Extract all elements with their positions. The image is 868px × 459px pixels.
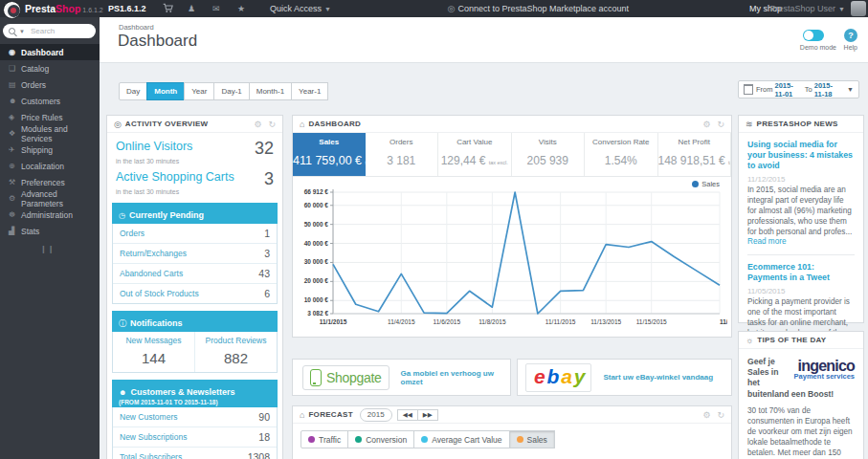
sidebar-item[interactable]: ☻ Customers: [0, 93, 100, 109]
metric-tile[interactable]: Visits 205 939: [512, 133, 586, 176]
live-stats: Online Visitors 32 in the last 30 minute…: [107, 133, 282, 203]
range-button[interactable]: Day: [119, 82, 147, 100]
forecast-metric-button[interactable]: Average Cart Value: [413, 430, 509, 448]
range-button[interactable]: Year: [184, 82, 214, 100]
sidebar-item-icon: ◉: [9, 48, 21, 56]
sidebar-collapse-button[interactable]: ❙❙: [40, 245, 55, 253]
page-header: Dashboard Dashboard Demo mode ? Help: [100, 17, 868, 63]
range-button[interactable]: Month: [146, 82, 185, 100]
notification-cell[interactable]: Product Reviews 882: [194, 332, 277, 372]
shopgate-link[interactable]: Ga mobiel en verhoog uw omzet: [401, 369, 501, 386]
ebay-logo-letter: a: [561, 365, 570, 387]
sidebar-item-label: Dashboard: [21, 48, 63, 57]
prev-icon[interactable]: ◀◀: [397, 409, 418, 421]
stat-subtitle: in the last 30 minutes: [116, 188, 274, 195]
forecast-button-label: Conversion: [366, 435, 407, 445]
search-box[interactable]: ▼: [3, 24, 96, 38]
chevron-down-icon: ▼: [324, 6, 331, 12]
connect-marketplace-link[interactable]: ◎Connect to PrestaShop Marketplace accou…: [448, 0, 629, 17]
metric-color-dot: [355, 436, 362, 443]
metric-tile[interactable]: Net Profit 148 918,51 € tax excl.: [658, 133, 732, 176]
rss-icon: ≋: [746, 120, 753, 129]
sidebar-item-icon: ❏: [9, 64, 21, 73]
gear-icon[interactable]: ⚙: [702, 410, 710, 420]
svg-text:11/18/2015: 11/18/2015: [720, 318, 727, 325]
metric-tile[interactable]: Conversion Rate 1.54%: [585, 133, 658, 176]
range-button[interactable]: Day-1: [213, 82, 249, 100]
metric-tile[interactable]: Sales 411 759,00 € tax excl.: [293, 133, 366, 176]
sidebar-item[interactable]: ▟ Stats: [0, 223, 100, 239]
search-input[interactable]: [29, 26, 88, 36]
customers-link[interactable]: New Subscriptions: [120, 432, 187, 442]
sidebar-item[interactable]: ◉ Dashboard: [0, 44, 100, 60]
metric-suffix: tax excl.: [728, 160, 731, 165]
sidebar-item[interactable]: ⊕ Localization: [0, 158, 100, 174]
sidebar-item[interactable]: ⚒ Preferences: [0, 174, 100, 190]
ebay-link[interactable]: Start uw eBay-winkel vandaag: [603, 373, 713, 382]
breadcrumb[interactable]: Dashboard: [119, 23, 154, 32]
svg-text:3 082 €: 3 082 €: [307, 310, 328, 317]
news-article-excerpt: In 2015, social media are an integral pa…: [747, 186, 852, 236]
news-article-title[interactable]: Using social media for your business: 4 …: [747, 140, 855, 171]
ebay-logo-letter: y: [574, 365, 584, 387]
forecast-metric-button[interactable]: Conversion: [347, 430, 414, 448]
pending-value: 43: [258, 268, 270, 279]
live-stat: Active Shopping Carts 3 in the last 30 m…: [116, 170, 274, 195]
stat-subtitle: in the last 30 minutes: [116, 158, 274, 164]
refresh-icon[interactable]: ↻: [268, 120, 276, 129]
customers-link[interactable]: New Customers: [120, 412, 177, 422]
pending-link[interactable]: Abandoned Carts: [120, 269, 183, 278]
range-button[interactable]: Month-1: [249, 82, 292, 100]
metric-label: Sales: [293, 138, 366, 146]
pending-link[interactable]: Return/Exchanges: [120, 249, 187, 258]
read-more-link[interactable]: Read more: [747, 237, 787, 246]
metric-color-dot: [517, 436, 523, 443]
messages-icon[interactable]: ✉: [212, 0, 220, 17]
chevron-down-icon: ▼: [838, 6, 845, 12]
pending-link[interactable]: Out of Stock Products: [120, 289, 199, 298]
sidebar-item[interactable]: ⚙ Advanced Parameters: [0, 190, 100, 207]
stat-link[interactable]: Active Shopping Carts: [116, 170, 234, 184]
forecast-metric-button[interactable]: Sales: [509, 430, 555, 448]
user-avatar[interactable]: [851, 1, 866, 16]
customers-newsletters-section: ☻Customers & Newsletters (FROM 2015-11-0…: [112, 380, 278, 459]
trophy-icon[interactable]: ★: [237, 0, 245, 17]
help-icon[interactable]: ?: [844, 29, 857, 42]
refresh-icon[interactable]: ↻: [717, 410, 724, 420]
stat-link[interactable]: Online Visitors: [116, 140, 192, 153]
ebay-logo-letter: b: [547, 365, 558, 387]
date-range-picker[interactable]: From 2015-11-01 To 2015-11-18 ▼: [738, 80, 859, 98]
pending-link[interactable]: Orders: [120, 229, 145, 238]
forecast-metric-button[interactable]: Traffic: [300, 430, 348, 448]
range-button[interactable]: Year-1: [291, 82, 328, 100]
gear-icon[interactable]: ⚙: [254, 120, 261, 129]
sidebar-item[interactable]: ◈ Price Rules: [0, 109, 100, 125]
sidebar-item[interactable]: ☸ Administration: [0, 207, 100, 223]
metric-value: 3 181: [387, 154, 415, 167]
notification-label: New Messages: [115, 336, 192, 345]
sidebar-item[interactable]: ❖ Modules and Services: [0, 125, 100, 142]
svg-text:11/6/2015: 11/6/2015: [434, 318, 461, 325]
customers-link[interactable]: Total Subscribers: [120, 452, 182, 459]
news-article-title[interactable]: Ecommerce 101: Payments in a Tweet: [747, 262, 855, 283]
customers-icon[interactable]: ♟: [188, 0, 195, 17]
notification-cell[interactable]: New Messages 144: [113, 332, 194, 372]
user-menu[interactable]: PrestaShop User▼: [770, 0, 845, 17]
sidebar-item[interactable]: ✈ Shipping: [0, 142, 100, 158]
forecast-panel: ⌂ FORECAST 2015 ◀◀ ▶▶ ⚙↻ Traffic Convers…: [292, 405, 732, 459]
prestashop-news-panel: ≋ PRESTASHOP NEWS Using social media for…: [738, 115, 864, 323]
cart-icon[interactable]: [163, 0, 173, 17]
refresh-icon[interactable]: ↻: [717, 120, 724, 129]
sales-line-chart: 66 912 €60 000 €50 000 €40 000 €30 000 €…: [295, 185, 727, 328]
sidebar-item-label: Advanced Parameters: [21, 189, 100, 208]
quick-access-menu[interactable]: Quick Access▼: [270, 0, 331, 17]
metric-tile[interactable]: Cart Value 129,44 € tax excl.: [438, 133, 512, 176]
metric-tile[interactable]: Orders 3 181: [366, 133, 439, 176]
next-icon[interactable]: ▶▶: [417, 409, 438, 421]
sidebar-item[interactable]: ▤ Orders: [0, 76, 100, 93]
demo-mode-toggle[interactable]: [803, 30, 824, 41]
gear-icon[interactable]: ⚙: [702, 120, 710, 129]
ebay-logo: e b a y: [525, 363, 591, 392]
sidebar-item[interactable]: ❏ Catalog: [0, 60, 100, 76]
news-article-date: 11/05/2015: [747, 287, 855, 295]
